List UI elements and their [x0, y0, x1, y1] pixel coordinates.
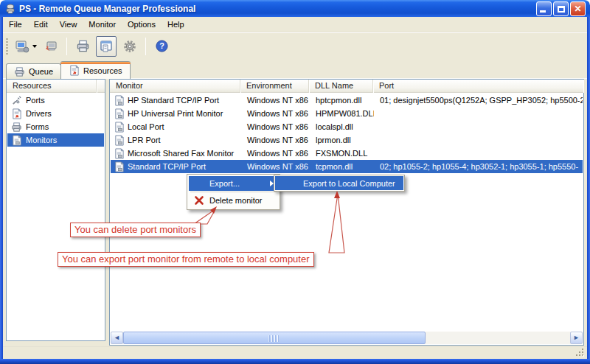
column-header-port[interactable]: Port [373, 80, 583, 93]
toolbar [3, 32, 587, 59]
resources-view-icon [99, 39, 114, 54]
close-button[interactable]: ✕ [570, 1, 586, 16]
cell-dll: lprmon.dll [310, 133, 374, 147]
menu-options[interactable]: Options [122, 18, 162, 31]
cell-environment: Windows NT x86 [241, 107, 310, 120]
sidebar-header-label[interactable]: Resources [7, 80, 97, 93]
help-button[interactable] [151, 36, 172, 57]
app-window: PS - Remote Queue Manager Professional ✕… [0, 0, 590, 364]
settings-gear-icon [122, 39, 137, 54]
title-bar[interactable]: PS - Remote Queue Manager Professional ✕ [0, 0, 590, 17]
resize-grip-icon[interactable] [575, 348, 585, 357]
table-row[interactable]: Microsoft Shared Fax Monitor Windows NT … [111, 147, 583, 160]
red-x-icon [194, 195, 204, 206]
monitor-doc-icon [114, 122, 125, 133]
menu-help[interactable]: Help [162, 18, 190, 31]
annotation-export-note: You can export port monitor from remote … [58, 252, 314, 267]
cell-port: 02; hp1055-2; hp1055-4; hp3052-1; hp3055… [374, 160, 583, 173]
table-body: HP Standard TCP/IP Port Windows NT x86 h… [111, 94, 583, 332]
document-icon [11, 135, 22, 146]
toolbar-grip[interactable] [6, 38, 8, 55]
sidebar-item-label: Drivers [26, 109, 52, 118]
sidebar-header: Resources [7, 80, 105, 93]
tab-resources[interactable]: Resources [60, 61, 131, 79]
table-row-selected[interactable]: Standard TCP/IP Port Windows NT x86 tcpm… [111, 160, 583, 173]
horizontal-scrollbar[interactable]: ◄ ► [111, 332, 583, 344]
monitor-doc-icon [114, 95, 125, 106]
scrollbar-track[interactable] [123, 332, 570, 344]
cell-dll: FXSMON.DLL [310, 147, 374, 160]
resources-sidebar: Resources Ports Drivers Forms Monitors [6, 79, 105, 341]
context-menu-export[interactable]: Export... [189, 176, 278, 191]
resources-view-button[interactable] [96, 36, 117, 57]
sidebar-item-ports[interactable]: Ports [7, 94, 104, 107]
status-bar [3, 346, 587, 359]
print-icon [76, 39, 90, 53]
cell-monitor: LPR Port [128, 133, 161, 147]
printer-icon [14, 66, 25, 77]
disconnect-computer-button[interactable] [41, 36, 61, 57]
tab-queue[interactable]: Queue [6, 63, 61, 79]
table-row[interactable]: Local Port Windows NT x86 localspl.dll [111, 120, 583, 133]
menu-view[interactable]: View [54, 18, 83, 31]
sidebar-item-monitors[interactable]: Monitors [7, 133, 104, 147]
sidebar-item-label: Monitors [26, 136, 57, 144]
cell-environment: Windows NT x86 [241, 160, 310, 173]
window-border-bottom [0, 359, 590, 364]
menu-edit[interactable]: Edit [28, 18, 54, 31]
context-submenu: Export to Local Computer [274, 175, 405, 192]
print-button[interactable] [72, 36, 93, 57]
cell-environment: Windows NT x86 [241, 133, 310, 147]
document-red-icon [69, 65, 80, 76]
table-row[interactable]: HP Universal Print Monitor Windows NT x8… [111, 107, 583, 120]
cell-port: 01; designjet5500ps(Q1252A; GSPP_HP3052;… [374, 94, 583, 107]
column-header-environment[interactable]: Environment [240, 80, 309, 93]
connect-computer-icon [15, 39, 30, 54]
menu-monitor[interactable]: Monitor [83, 18, 122, 31]
minimize-button[interactable] [536, 1, 552, 16]
help-icon [155, 39, 169, 53]
scrollbar-grip [269, 335, 280, 342]
scroll-right-button[interactable]: ► [570, 332, 583, 344]
maximize-button[interactable] [553, 1, 569, 16]
cell-environment: Windows NT x86 [241, 147, 310, 160]
tab-strip: Queue Resources [3, 59, 587, 79]
monitor-doc-icon [114, 135, 125, 146]
cell-monitor: Local Port [128, 120, 164, 133]
cell-monitor: HP Standard TCP/IP Port [128, 94, 219, 107]
cell-port [374, 107, 583, 120]
scroll-left-button[interactable]: ◄ [111, 332, 123, 344]
scroll-right-icon: ► [573, 335, 580, 341]
column-header-dll-name[interactable]: DLL Name [309, 80, 373, 93]
cell-monitor: HP Universal Print Monitor [128, 107, 223, 120]
table-row[interactable]: LPR Port Windows NT x86 lprmon.dll [111, 133, 583, 147]
window-border-right [587, 17, 590, 364]
scroll-left-icon: ◄ [114, 335, 120, 341]
export-local-label: Export to Local Computer [275, 179, 395, 188]
cell-environment: Windows NT x86 [241, 94, 310, 107]
sidebar-item-drivers[interactable]: Drivers [7, 107, 104, 120]
monitors-list-pane: Monitor Environment DLL Name Port HP Sta… [109, 79, 584, 346]
scrollbar-thumb[interactable] [123, 332, 426, 344]
export-label: Export... [189, 179, 240, 188]
monitor-doc-icon [114, 161, 125, 172]
cell-port [374, 133, 583, 147]
table-header: Monitor Environment DLL Name Port [110, 80, 583, 93]
menu-separator [190, 192, 277, 192]
disconnect-computer-icon [44, 39, 58, 54]
table-row[interactable]: HP Standard TCP/IP Port Windows NT x86 h… [111, 94, 583, 107]
context-menu-delete-monitor[interactable]: Delete monitor [189, 193, 278, 208]
menu-file[interactable]: File [3, 18, 28, 31]
sidebar-item-forms[interactable]: Forms [7, 120, 104, 133]
settings-button[interactable] [119, 36, 140, 57]
cell-environment: Windows NT x86 [241, 120, 310, 133]
connect-computer-button[interactable] [14, 36, 38, 57]
submenu-export-local[interactable]: Export to Local Computer [275, 176, 403, 190]
toolbar-separator [66, 38, 67, 55]
maximize-icon [558, 6, 565, 13]
app-printer-icon [4, 3, 16, 15]
cell-monitor: Standard TCP/IP Port [128, 160, 206, 173]
cell-dll: tcpmon.dll [310, 160, 374, 173]
sidebar-item-label: Ports [26, 96, 45, 105]
column-header-monitor[interactable]: Monitor [110, 80, 240, 93]
